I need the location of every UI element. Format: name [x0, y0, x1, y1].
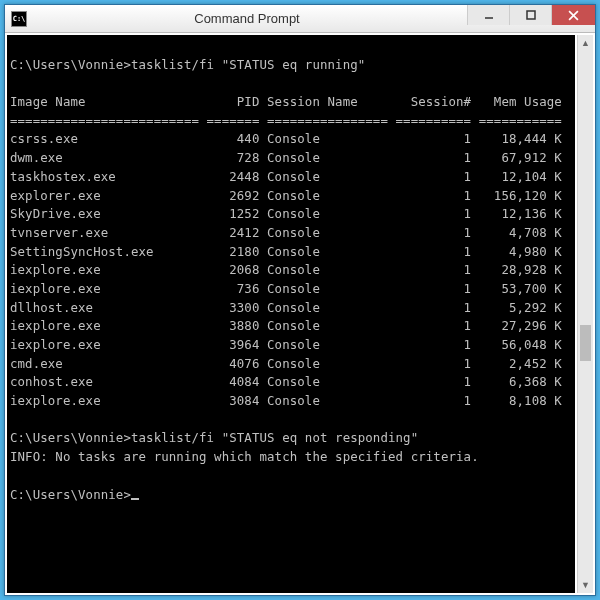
- scroll-thumb[interactable]: [580, 325, 591, 361]
- console-line: [10, 411, 572, 430]
- close-button[interactable]: [551, 5, 595, 25]
- scroll-down-arrow[interactable]: ▼: [578, 577, 593, 593]
- console-line: taskhostex.exe 2448 Console 1 12,104 K: [10, 168, 572, 187]
- minimize-button[interactable]: [467, 5, 509, 25]
- scroll-up-arrow[interactable]: ▲: [578, 35, 593, 51]
- console-line: csrss.exe 440 Console 1 18,444 K: [10, 130, 572, 149]
- console-line: iexplore.exe 3084 Console 1 8,108 K: [10, 392, 572, 411]
- console-line: dllhost.exe 3300 Console 1 5,292 K: [10, 299, 572, 318]
- console-line: cmd.exe 4076 Console 1 2,452 K: [10, 355, 572, 374]
- svg-rect-1: [527, 11, 535, 19]
- window-controls: [467, 5, 595, 32]
- console-line: tvnserver.exe 2412 Console 1 4,708 K: [10, 224, 572, 243]
- console-line: C:\Users\Vonnie>tasklist/fi "STATUS eq n…: [10, 429, 572, 448]
- console-line: SettingSyncHost.exe 2180 Console 1 4,980…: [10, 243, 572, 262]
- console-line: [10, 74, 572, 93]
- cursor: [131, 498, 139, 500]
- console-line: INFO: No tasks are running which match t…: [10, 448, 572, 467]
- console-line: iexplore.exe 2068 Console 1 28,928 K: [10, 261, 572, 280]
- console-line: [10, 37, 572, 56]
- prompt-line[interactable]: C:\Users\Vonnie>: [10, 486, 572, 505]
- console-line: iexplore.exe 3880 Console 1 27,296 K: [10, 317, 572, 336]
- console-line: SkyDrive.exe 1252 Console 1 12,136 K: [10, 205, 572, 224]
- console-line: Image Name PID Session Name Session# Mem…: [10, 93, 572, 112]
- console-line: iexplore.exe 736 Console 1 53,700 K: [10, 280, 572, 299]
- console-line: explorer.exe 2692 Console 1 156,120 K: [10, 187, 572, 206]
- titlebar[interactable]: C:\ Command Prompt: [5, 5, 595, 33]
- window-title: Command Prompt: [27, 11, 467, 26]
- console-line: [10, 467, 572, 486]
- cmd-icon: C:\: [11, 11, 27, 27]
- vertical-scrollbar[interactable]: ▲ ▼: [577, 35, 593, 593]
- console-line: ========================= ======= ======…: [10, 112, 572, 131]
- console-output[interactable]: C:\Users\Vonnie>tasklist/fi "STATUS eq r…: [7, 35, 575, 593]
- console-line: C:\Users\Vonnie>tasklist/fi "STATUS eq r…: [10, 56, 572, 75]
- maximize-button[interactable]: [509, 5, 551, 25]
- command-prompt-window: C:\ Command Prompt C:\Users\Vonnie>taskl…: [4, 4, 596, 596]
- console-line: conhost.exe 4084 Console 1 6,368 K: [10, 373, 572, 392]
- content-area: C:\Users\Vonnie>tasklist/fi "STATUS eq r…: [5, 33, 595, 595]
- console-line: dwm.exe 728 Console 1 67,912 K: [10, 149, 572, 168]
- console-line: iexplore.exe 3964 Console 1 56,048 K: [10, 336, 572, 355]
